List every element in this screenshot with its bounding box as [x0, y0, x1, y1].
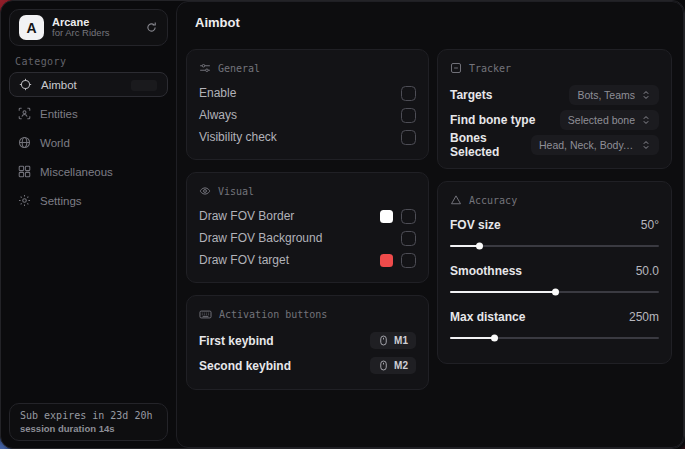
setting-label: Draw FOV Border [199, 209, 294, 223]
app-window: A Arcane for Arc Riders Category Aimbot [0, 0, 685, 449]
slider-label-row: Max distance 250m [450, 306, 659, 328]
logo-card: A Arcane for Arc Riders [9, 9, 168, 46]
session-duration-text: session duration 14s [20, 423, 157, 434]
keybind-value: M1 [394, 335, 408, 346]
setting-row-enable: Enable [199, 82, 416, 104]
general-card-title: General [218, 63, 260, 74]
fov-size-value: 50° [641, 218, 659, 232]
fov-background-checkbox[interactable] [401, 231, 416, 246]
sidebar-item-label: Aimbot [41, 79, 77, 91]
setting-row-visibility-check: Visibility check [199, 126, 416, 148]
max-distance-slider[interactable] [450, 337, 659, 339]
app-identity: Arcane for Arc Riders [52, 16, 137, 40]
slider-label-row: Smoothness 50.0 [450, 260, 659, 282]
tracker-card: Tracker Targets Bots, Teams Find bone [437, 49, 672, 169]
sidebar-item-entities[interactable]: Entities [9, 101, 168, 126]
sidebar-item-label: Miscellaneous [40, 166, 113, 178]
setting-label: Enable [199, 86, 236, 100]
visibility-check-checkbox[interactable] [401, 130, 416, 145]
sidebar-item-aimbot[interactable]: Aimbot [9, 72, 168, 97]
always-checkbox[interactable] [401, 108, 416, 123]
fov-border-checkbox[interactable] [401, 209, 416, 224]
smoothness-slider[interactable] [450, 291, 659, 293]
select-value: Selected bone [568, 114, 635, 126]
slider-fill [450, 337, 494, 339]
mouse-icon [378, 335, 389, 346]
setting-label: Smoothness [450, 264, 522, 278]
sidebar-item-world[interactable]: World [9, 130, 168, 155]
setting-label: Draw FOV target [199, 253, 289, 267]
setting-label: Draw FOV Background [199, 231, 322, 245]
targets-select[interactable]: Bots, Teams [569, 85, 659, 105]
select-value: Head, Neck, Body, Fe.. [539, 139, 635, 151]
slider-label-row: FOV size 50° [450, 214, 659, 236]
setting-row-always: Always [199, 104, 416, 126]
triangle-icon [450, 194, 462, 206]
enable-checkbox[interactable] [401, 86, 416, 101]
gear-icon [18, 194, 31, 207]
aimbot-keybind-ghost [131, 80, 157, 91]
setting-row-second-keybind: Second keybind M2 [199, 353, 416, 378]
category-label: Category [15, 56, 66, 67]
setting-row-targets: Targets Bots, Teams [450, 82, 659, 107]
sub-expiry-text: Sub expires in 23d 20h [20, 410, 157, 421]
scan-icon [450, 62, 462, 74]
accuracy-card-title: Accuracy [469, 195, 517, 206]
fov-target-checkbox[interactable] [401, 253, 416, 268]
first-keybind-button[interactable]: M1 [370, 332, 416, 349]
fov-size-setting: FOV size 50° [450, 214, 659, 247]
setting-label: Targets [450, 88, 492, 102]
general-card: General Enable Always Visibility check [186, 49, 429, 160]
refresh-icon[interactable] [145, 21, 158, 34]
sidebar-item-miscellaneous[interactable]: Miscellaneous [9, 159, 168, 184]
activation-card-title: Activation buttons [219, 309, 327, 320]
setting-label: First keybind [199, 334, 274, 348]
setting-label: Max distance [450, 310, 525, 324]
sidebar-item-settings[interactable]: Settings [9, 188, 168, 213]
sidebar-item-label: World [40, 137, 70, 149]
setting-row-find-bone-type: Find bone type Selected bone [450, 107, 659, 132]
subscription-info: Sub expires in 23d 20h session duration … [9, 403, 168, 441]
page-title: Aimbot [195, 15, 240, 30]
tracker-card-header: Tracker [450, 59, 659, 77]
setting-label: Visibility check [199, 130, 277, 144]
setting-row-fov-target: Draw FOV target [199, 249, 416, 271]
find-bone-type-select[interactable]: Selected bone [560, 110, 659, 130]
slider-fill [450, 245, 479, 247]
max-distance-setting: Max distance 250m [450, 306, 659, 339]
entities-icon [18, 107, 31, 120]
setting-row-first-keybind: First keybind M1 [199, 328, 416, 353]
sidebar-item-label: Entities [40, 108, 78, 120]
setting-label: Find bone type [450, 113, 535, 127]
fov-size-slider[interactable] [450, 245, 659, 247]
accuracy-card-header: Accuracy [450, 191, 659, 209]
max-distance-value: 250m [629, 310, 659, 324]
fov-border-color-swatch[interactable] [380, 210, 393, 223]
slider-fill [450, 291, 555, 293]
keybind-value: M2 [394, 360, 408, 371]
main-panel: Aimbot General Enable Always [176, 1, 684, 448]
chevrons-up-down-icon [641, 140, 651, 150]
general-card-header: General [199, 59, 416, 77]
bones-selected-select[interactable]: Head, Neck, Body, Fe.. [531, 135, 659, 155]
chevrons-up-down-icon [641, 115, 651, 125]
visual-card: Visual Draw FOV Border Draw FOV Backgrou… [186, 172, 429, 283]
setting-label: FOV size [450, 218, 501, 232]
column-right: Tracker Targets Bots, Teams Find bone [437, 49, 672, 376]
accuracy-card: Accuracy FOV size 50° Smoothness 50.0 [437, 181, 672, 364]
column-left: General Enable Always Visibility check [186, 49, 429, 402]
grid-icon [18, 165, 31, 178]
setting-label: Second keybind [199, 359, 291, 373]
select-value: Bots, Teams [577, 89, 635, 101]
visual-card-header: Visual [199, 182, 416, 200]
sidebar: A Arcane for Arc Riders Category Aimbot [1, 1, 176, 448]
visual-card-title: Visual [218, 186, 254, 197]
setting-row-fov-background: Draw FOV Background [199, 227, 416, 249]
app-logo: A [19, 15, 44, 40]
fov-target-color-swatch[interactable] [380, 254, 393, 267]
setting-row-fov-border: Draw FOV Border [199, 205, 416, 227]
smoothness-setting: Smoothness 50.0 [450, 260, 659, 293]
tracker-card-title: Tracker [469, 63, 511, 74]
second-keybind-button[interactable]: M2 [370, 357, 416, 374]
crosshair-icon [19, 78, 32, 91]
